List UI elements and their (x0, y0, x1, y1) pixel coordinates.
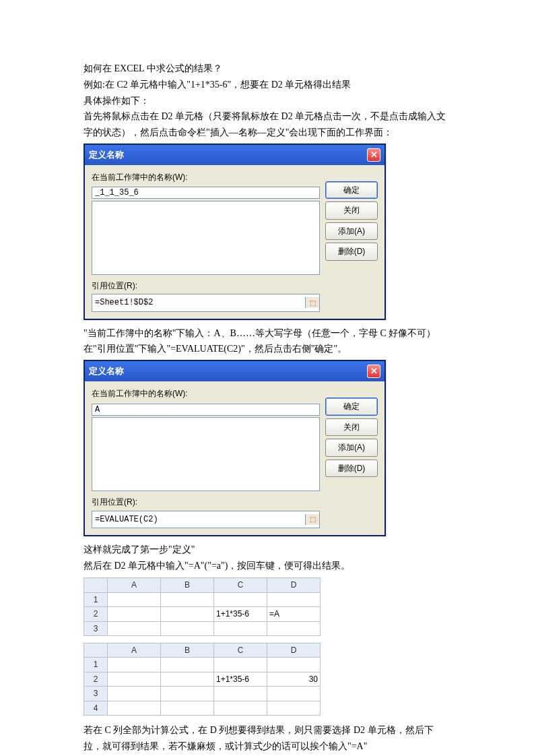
name-input[interactable] (92, 187, 320, 199)
add-button[interactable]: 添加(A) (325, 222, 378, 240)
cell[interactable] (108, 701, 161, 715)
range-picker-icon[interactable]: ⬚ (305, 514, 319, 525)
cell[interactable] (161, 607, 214, 621)
cell[interactable] (108, 687, 161, 701)
name-input[interactable] (92, 404, 320, 416)
close-button[interactable]: 关闭 (325, 201, 378, 219)
cell[interactable] (161, 658, 214, 672)
cell[interactable] (161, 687, 214, 701)
col-header[interactable]: D (267, 578, 321, 592)
col-header[interactable]: A (108, 578, 161, 592)
ref-label: 引用位置(R): (92, 279, 320, 292)
row-header[interactable]: 2 (84, 672, 108, 686)
ref-label: 引用位置(R): (92, 495, 320, 509)
cell[interactable] (214, 592, 267, 606)
names-listbox[interactable] (92, 201, 320, 275)
cell[interactable] (214, 658, 267, 672)
paragraph: 例如:在 C2 单元格中输入"1+1*35-6"，想要在 D2 单元格得出结果 (84, 77, 450, 93)
cell[interactable] (108, 658, 161, 672)
col-header[interactable]: C (214, 643, 267, 658)
paragraph: 首先将鼠标点击在 D2 单元格（只要将鼠标放在 D2 单元格点击一次，不是点击成… (84, 108, 450, 141)
row-header[interactable]: 1 (84, 658, 108, 672)
dialog-titlebar: 定义名称 ✕ (85, 361, 385, 381)
col-header[interactable]: C (214, 578, 267, 592)
paragraph: 具体操作如下： (84, 93, 450, 109)
cell[interactable] (108, 621, 161, 635)
cell[interactable] (161, 592, 214, 606)
cell[interactable] (108, 592, 161, 606)
row-header[interactable]: 3 (84, 687, 108, 701)
paragraph: 这样就完成了第一步"定义" (84, 542, 450, 558)
define-name-dialog: 定义名称 ✕ 在当前工作簿中的名称(W): 引用位置(R): =Sheet1!$… (84, 144, 386, 320)
grid-corner[interactable] (84, 643, 108, 658)
spreadsheet-grid: A B C D 1 2 1+1*35-6 30 3 4 (84, 643, 321, 716)
add-button[interactable]: 添加(A) (325, 439, 378, 456)
paragraph: 然后在 D2 单元格中输入"=A"("=a")，按回车键，便可得出结果。 (84, 558, 450, 574)
cell[interactable] (161, 672, 214, 686)
cell[interactable]: 30 (267, 672, 321, 686)
close-icon[interactable]: ✕ (367, 148, 380, 162)
cell[interactable] (108, 607, 161, 621)
cell[interactable] (214, 701, 267, 715)
col-header[interactable]: B (161, 643, 214, 658)
cell[interactable] (267, 621, 321, 635)
grid-corner[interactable] (84, 578, 108, 592)
ref-input[interactable]: =EVALUATE(C2) (92, 511, 305, 528)
ok-button[interactable]: 确定 (325, 181, 378, 199)
cell[interactable] (161, 621, 214, 635)
cell[interactable] (267, 592, 321, 606)
col-header[interactable]: D (267, 643, 321, 658)
cell[interactable] (267, 687, 321, 701)
delete-button[interactable]: 删除(D) (325, 243, 378, 260)
cell[interactable] (108, 672, 161, 686)
cell[interactable] (161, 701, 214, 715)
close-icon[interactable]: ✕ (367, 365, 380, 378)
row-header[interactable]: 4 (84, 701, 108, 715)
ok-button[interactable]: 确定 (325, 398, 378, 415)
cell[interactable] (267, 701, 321, 715)
paragraph: 若在 C 列全部为计算公式，在 D 列想要得到结果，则只需要选择 D2 单元格，… (84, 722, 450, 755)
dialog-titlebar: 定义名称 ✕ (85, 145, 385, 165)
dialog-title: 定义名称 (89, 364, 124, 379)
close-button[interactable]: 关闭 (325, 418, 378, 436)
row-header[interactable]: 3 (84, 621, 108, 635)
range-picker-icon[interactable]: ⬚ (305, 297, 319, 308)
paragraph: 在"引用位置"下输入"=EVALUATE(C2)"，然后点击右侧"确定"。 (84, 341, 450, 357)
cell[interactable]: 1+1*35-6 (214, 672, 267, 686)
spreadsheet-grid: A B C D 1 2 1+1*35-6 =A 3 (84, 577, 321, 636)
cell[interactable] (267, 658, 321, 672)
row-header[interactable]: 1 (84, 592, 108, 606)
row-header[interactable]: 2 (84, 607, 108, 621)
paragraph: 如何在 EXCEL 中求公式的结果？ (84, 61, 450, 77)
cell[interactable] (214, 621, 267, 635)
name-label: 在当前工作簿中的名称(W): (92, 387, 320, 400)
col-header[interactable]: A (108, 643, 161, 658)
dialog-title: 定义名称 (89, 148, 124, 162)
names-listbox[interactable] (92, 417, 320, 491)
cell[interactable]: =A (267, 607, 321, 621)
delete-button[interactable]: 删除(D) (325, 460, 378, 477)
define-name-dialog: 定义名称 ✕ 在当前工作簿中的名称(W): 引用位置(R): =EVALUATE… (84, 360, 386, 536)
col-header[interactable]: B (161, 578, 214, 592)
cell[interactable] (214, 687, 267, 701)
name-label: 在当前工作簿中的名称(W): (92, 170, 320, 184)
ref-input[interactable]: =Sheet1!$D$2 (92, 294, 305, 311)
cell[interactable]: 1+1*35-6 (214, 607, 267, 621)
paragraph: "当前工作簿中的名称"下输入：A、B……等大写字母（任意一个，字母 C 好像不可… (84, 325, 450, 342)
